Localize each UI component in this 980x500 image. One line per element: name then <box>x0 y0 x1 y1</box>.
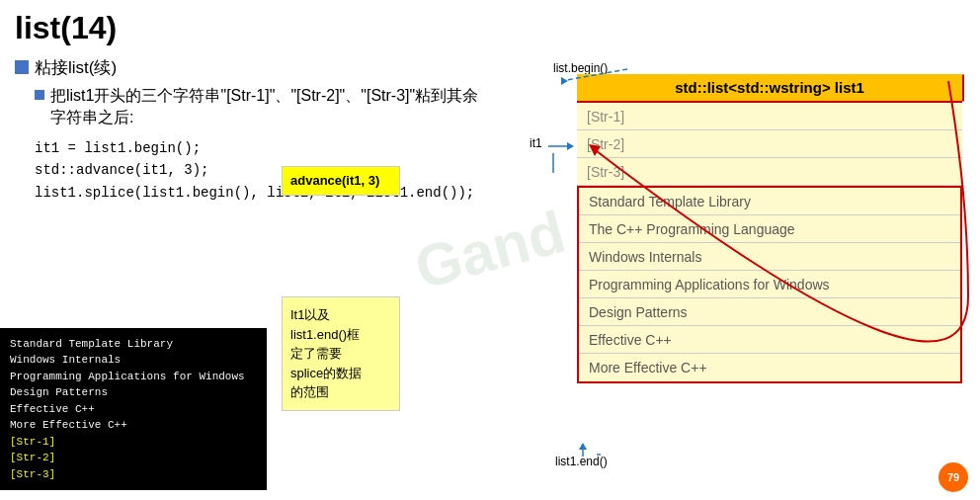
terminal-line-6: More Effective C++ <box>10 417 257 434</box>
note-splice-line-2: list1.end()框 <box>290 325 391 345</box>
terminal-block: Standard Template Library Windows Intern… <box>0 328 267 491</box>
svg-marker-6 <box>579 443 587 450</box>
page-number: 79 <box>939 462 968 492</box>
bullet-level2: 把list1开头的三个字符串"[Str-1]"、"[Str-2]"、"[Str-… <box>35 85 489 129</box>
list-visualization: std::list<std::wstring> list1 [Str-1] [S… <box>577 74 962 383</box>
note-splice-line-1: It1以及 <box>290 305 391 325</box>
terminal-highlight-2: [Str-2] <box>10 450 257 466</box>
list-row-cpp: The C++ Programming Language <box>579 215 960 243</box>
page-title: list(14) <box>15 10 489 46</box>
list-header: std::list<std::wstring> list1 <box>577 74 962 103</box>
bullet-l1-text: 粘接list(续) <box>35 56 117 79</box>
bullet-l2-marker <box>35 90 44 100</box>
list-row-str3: [Str-3] <box>577 158 962 186</box>
bullet-level1: 粘接list(续) <box>15 56 489 79</box>
svg-marker-1 <box>561 77 568 85</box>
note-splice-line-4: splice的数据 <box>290 364 391 383</box>
list-row-mecpp: More Effective C++ <box>579 354 960 381</box>
list-row-str2: [Str-2] <box>577 130 962 158</box>
list-row-str1: [Str-1] <box>577 103 962 130</box>
bullet-l2-text: 把list1开头的三个字符串"[Str-1]"、"[Str-2]"、"[Str-… <box>50 85 489 129</box>
list-row-paw: Programming Applications for Windows <box>579 271 960 298</box>
terminal-highlight-3: [Str-3] <box>10 466 257 483</box>
code-line-3: list1.splice(list1.begin(), list1, it1, … <box>35 182 489 204</box>
svg-marker-3 <box>567 142 574 150</box>
note-advance: advance(it1, 3) <box>282 166 400 196</box>
terminal-line-3: Programming Applications for Windows <box>10 369 257 385</box>
note-splice-line-5: 的范围 <box>290 382 391 402</box>
label-end: list1.end() <box>555 455 608 468</box>
list-row-stl: Standard Template Library <box>579 188 960 215</box>
terminal-line-1: Standard Template Library <box>10 336 257 353</box>
list-row-ecpp: Effective C++ <box>579 326 960 354</box>
label-it1: it1 <box>530 136 542 150</box>
terminal-line-5: Effective C++ <box>10 401 257 418</box>
bullet-l1-marker <box>15 60 29 74</box>
terminal-line-2: Windows Internals <box>10 352 257 369</box>
list-row-dp: Design Patterns <box>579 298 960 326</box>
list-row-wi: Windows Internals <box>579 243 960 271</box>
note-splice-line-3: 定了需要 <box>290 344 391 364</box>
terminal-line-4: Design Patterns <box>10 384 257 401</box>
label-begin: list.begin() <box>553 61 608 75</box>
code-block: it1 = list1.begin(); std::advance(it1, 3… <box>35 137 489 204</box>
note-splice: It1以及 list1.end()框 定了需要 splice的数据 的范围 <box>282 296 400 411</box>
code-line-1: it1 = list1.begin(); <box>35 137 489 159</box>
code-line-2: std::advance(it1, 3); <box>35 159 489 181</box>
terminal-highlight-1: [Str-1] <box>10 434 257 451</box>
red-border-group: Standard Template Library The C++ Progra… <box>577 186 962 383</box>
